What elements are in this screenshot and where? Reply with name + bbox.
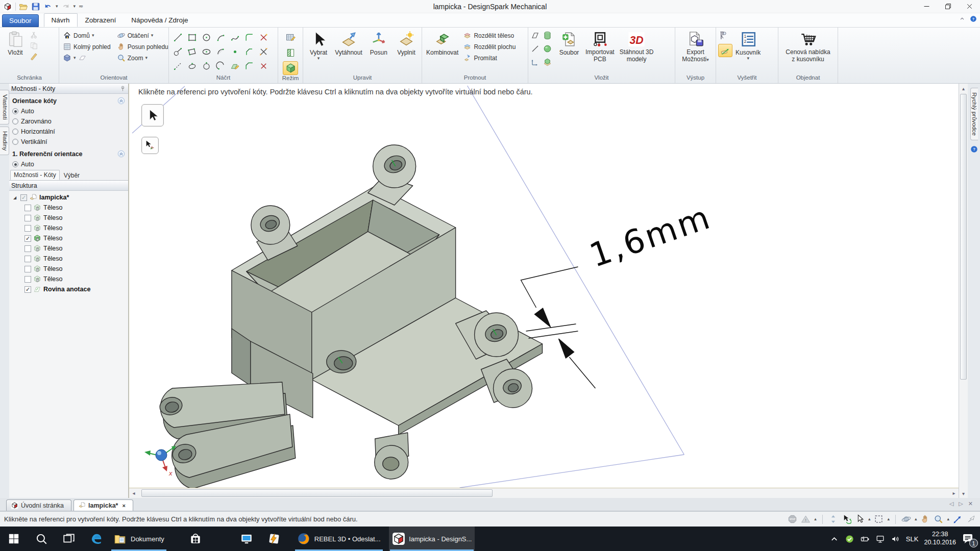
radio-vertikalni[interactable]: Vertikální bbox=[9, 137, 128, 147]
collapse-ribbon-button[interactable] bbox=[959, 15, 966, 22]
radio-dot[interactable] bbox=[12, 139, 18, 145]
tab-vyber[interactable]: Výběr bbox=[61, 171, 83, 180]
tab-uvodni-stranka[interactable]: Úvodní stránka bbox=[6, 499, 71, 511]
insert-file-button[interactable]: Soubor bbox=[556, 30, 582, 57]
tangent-arc-tool-button[interactable] bbox=[214, 45, 228, 59]
spline-tool-button[interactable] bbox=[228, 31, 242, 44]
radio-dot[interactable] bbox=[12, 108, 18, 114]
measure-button[interactable] bbox=[718, 31, 728, 41]
section-mode-button[interactable] bbox=[283, 46, 298, 60]
solid-mode-button[interactable] bbox=[283, 61, 298, 75]
dimension-tool-button[interactable] bbox=[718, 44, 732, 57]
radio-auto[interactable]: Auto bbox=[9, 106, 128, 116]
collapse-section-icon[interactable] bbox=[117, 150, 125, 158]
rectangle-tool-button[interactable] bbox=[185, 31, 199, 44]
quote-from-bom-button[interactable]: Cenová nabídkaz kusovníku bbox=[783, 30, 832, 64]
visibility-checkbox[interactable]: ✓ bbox=[24, 286, 31, 293]
tree-row[interactable]: Těleso bbox=[9, 213, 128, 223]
selection-box-icon-dropdown[interactable]: ▴ bbox=[887, 517, 890, 521]
tab-scroll-left-icon[interactable]: ◁ bbox=[949, 500, 953, 507]
tab-vlastnosti[interactable]: Vlastnosti bbox=[0, 90, 9, 124]
visibility-checkbox[interactable] bbox=[24, 225, 31, 232]
insert-line-button[interactable] bbox=[530, 44, 540, 54]
combine-button[interactable]: Kombinovat bbox=[424, 30, 460, 57]
select-cursor-icon-dropdown[interactable]: ▴ bbox=[868, 517, 871, 521]
antivirus-tray-icon[interactable] bbox=[845, 534, 854, 544]
insert-axis-button[interactable] bbox=[530, 57, 540, 67]
split-body-button[interactable]: Rozdělit těleso bbox=[461, 31, 517, 40]
split-curve-tool-button[interactable] bbox=[257, 45, 271, 59]
tree-row[interactable]: Těleso bbox=[9, 243, 128, 254]
radio-ref-auto[interactable]: Auto bbox=[9, 159, 128, 169]
undo-dropdown[interactable]: ▾ bbox=[56, 4, 58, 9]
view-cube-button[interactable]: ▾ bbox=[61, 53, 112, 63]
insert-plane-button[interactable] bbox=[530, 31, 540, 40]
line-tool-button[interactable] bbox=[171, 31, 185, 44]
ellipse-minor-tool-button[interactable] bbox=[185, 59, 199, 73]
pull-button[interactable]: Vytáhnout bbox=[333, 30, 364, 57]
radio-dot[interactable] bbox=[12, 118, 18, 124]
select-button[interactable]: Vybrat▾ bbox=[305, 30, 332, 62]
redo-button[interactable] bbox=[61, 2, 70, 11]
collapse-section-icon[interactable] bbox=[117, 97, 125, 105]
tab-moznosti-koty[interactable]: Možnosti - Kóty bbox=[10, 170, 60, 180]
save-button[interactable] bbox=[31, 2, 40, 11]
point-tool-button[interactable] bbox=[228, 45, 242, 59]
documents-window-button[interactable]: Dokumenty bbox=[110, 527, 167, 551]
pan-hand-icon[interactable] bbox=[920, 514, 930, 524]
insert-sphere-button[interactable] bbox=[543, 44, 552, 54]
visibility-checkbox[interactable]: ✓ bbox=[20, 194, 27, 201]
edge-button[interactable] bbox=[83, 527, 110, 551]
radio-dot[interactable] bbox=[12, 161, 18, 167]
paste-button[interactable]: Vložit bbox=[2, 30, 29, 57]
tab-napoveda[interactable]: Nápověda / Zdroje bbox=[124, 13, 195, 27]
fill-button[interactable]: Vyplnit bbox=[393, 30, 420, 57]
tangent-line-tool-button[interactable] bbox=[171, 45, 185, 59]
tab-close-icon[interactable]: ✕ bbox=[968, 500, 973, 507]
scroll-down-arrow[interactable]: ▾ bbox=[959, 489, 968, 498]
trim-away-tool-button[interactable] bbox=[257, 59, 271, 73]
tab-scroll-right-icon[interactable]: ▷ bbox=[959, 500, 963, 507]
section-referencni-orientace[interactable]: 1. Referenční orientace bbox=[9, 147, 128, 159]
tree-row[interactable]: Těleso bbox=[9, 223, 128, 233]
clock[interactable]: 22:38 20.10.2016 bbox=[924, 531, 956, 546]
download-3d-models-button[interactable]: 3DStáhnout 3Dmodely bbox=[618, 30, 656, 64]
task-view-button[interactable] bbox=[55, 527, 83, 551]
network-icon[interactable] bbox=[875, 534, 885, 544]
move-button[interactable]: Posun bbox=[365, 30, 392, 57]
bom-button[interactable]: 12Kusovník▾ bbox=[733, 30, 763, 62]
section-orientace-koty[interactable]: Orientace kóty bbox=[9, 94, 128, 106]
vertical-scrollbar[interactable]: ▴ ▾ bbox=[959, 84, 968, 498]
undo-button[interactable] bbox=[43, 2, 53, 11]
store-button[interactable] bbox=[182, 527, 209, 551]
tangent-circle-tool-button[interactable] bbox=[200, 59, 213, 73]
minimize-button[interactable] bbox=[916, 1, 937, 13]
scroll-left-arrow[interactable]: ◂ bbox=[129, 490, 138, 496]
previous-view-icon[interactable] bbox=[966, 514, 976, 524]
fillet-tool-button[interactable] bbox=[242, 31, 256, 44]
radio-zarovnano[interactable]: Zarovnáno bbox=[9, 116, 128, 127]
visibility-checkbox[interactable] bbox=[24, 276, 31, 283]
format-painter-button[interactable] bbox=[30, 52, 38, 61]
visibility-checkbox[interactable] bbox=[24, 215, 31, 221]
visibility-checkbox[interactable] bbox=[24, 245, 31, 252]
three-point-arc-tool-button[interactable] bbox=[214, 59, 228, 73]
warnings-icon[interactable]: ! bbox=[801, 514, 811, 524]
designspark-window-button[interactable]: lampicka - DesignS... bbox=[389, 527, 475, 551]
construction-line-tool-button[interactable] bbox=[171, 59, 185, 73]
redo-dropdown[interactable]: ▾ bbox=[74, 4, 76, 9]
file-menu-button[interactable]: Soubor bbox=[2, 14, 39, 27]
warnings-icon-dropdown[interactable]: ▴ bbox=[814, 517, 817, 521]
tab-hladiny[interactable]: Hladiny bbox=[0, 127, 9, 155]
open-file-button[interactable] bbox=[19, 2, 28, 11]
close-button[interactable] bbox=[959, 1, 980, 13]
guide-help-icon[interactable]: ? bbox=[970, 145, 978, 153]
orientation-triad[interactable]: x bbox=[144, 446, 176, 477]
tree-row[interactable]: ✓Rovina anotace bbox=[9, 284, 128, 294]
tab-lampicka[interactable]: lampicka* × bbox=[74, 499, 133, 511]
sheet-icon[interactable] bbox=[78, 54, 87, 62]
orbit-icon-dropdown[interactable]: ▴ bbox=[915, 517, 917, 521]
sketch-plane-tool-button[interactable] bbox=[228, 59, 242, 73]
select-cursor-icon[interactable] bbox=[855, 514, 865, 524]
home-view-button[interactable]: Domů▾ bbox=[61, 31, 112, 40]
